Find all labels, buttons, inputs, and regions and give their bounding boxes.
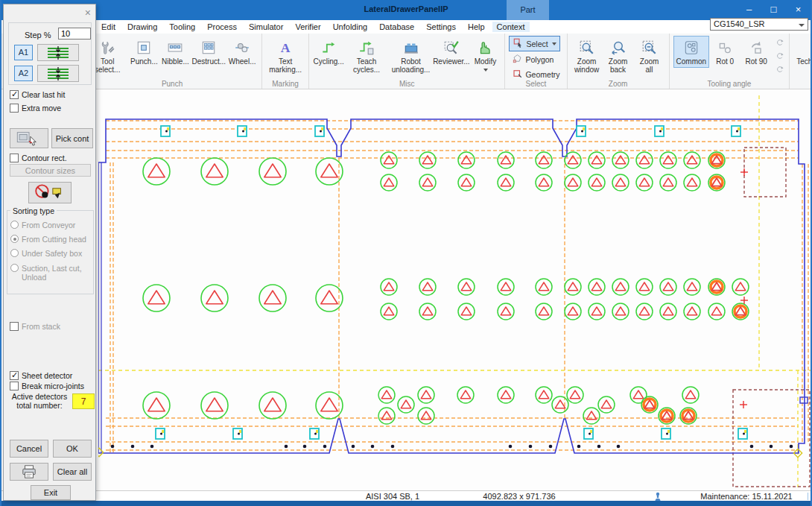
menu-item-edit[interactable]: Edit — [101, 22, 115, 31]
exit-button[interactable]: Exit — [31, 485, 71, 500]
ribbon-button-rot-0[interactable]: Rot 0 — [709, 36, 740, 68]
punch-dot[interactable] — [549, 445, 553, 449]
punch-dot[interactable] — [577, 445, 581, 449]
detector-marker[interactable] — [708, 303, 725, 320]
detector-marker-active[interactable] — [732, 303, 749, 320]
detector-marker[interactable] — [536, 387, 552, 403]
detector-marker-large[interactable] — [201, 158, 228, 185]
detector-marker[interactable] — [381, 303, 397, 320]
ok-button[interactable]: OK — [53, 440, 92, 458]
close-button[interactable]: × — [786, 0, 811, 20]
detector-marker[interactable] — [684, 279, 700, 295]
ribbon-button-text-marking[interactable]: AText marking... — [266, 36, 305, 76]
punch-dot[interactable] — [509, 445, 513, 449]
contour-rect-checkbox[interactable]: Contour rect. — [10, 154, 67, 162]
step-input[interactable] — [58, 28, 91, 39]
ribbon-button-technologies[interactable]: Technologies... — [793, 36, 812, 68]
radio-from-cutting-head[interactable]: From Cutting head — [10, 235, 86, 244]
tool-mark[interactable] — [738, 428, 747, 439]
detector-marker[interactable] — [589, 303, 605, 320]
tool-mark[interactable] — [662, 428, 670, 439]
detector-marker[interactable] — [419, 279, 436, 295]
detector-marker[interactable] — [636, 303, 653, 320]
part-drawing[interactable] — [98, 89, 812, 490]
drawing-area[interactable] — [1, 89, 812, 490]
detector-marker[interactable] — [536, 303, 552, 320]
tool-mark[interactable] — [238, 126, 247, 136]
detector-marker[interactable] — [381, 152, 397, 168]
remove-hits-button[interactable] — [28, 182, 72, 203]
detector-marker[interactable] — [684, 152, 700, 168]
detector-marker[interactable] — [732, 279, 749, 295]
detector-marker[interactable] — [552, 396, 568, 413]
detector-marker-active[interactable] — [659, 408, 675, 424]
ribbon-button-cycling[interactable]: Cycling... — [313, 36, 344, 68]
detector-marker[interactable] — [419, 152, 436, 168]
detector-marker-large[interactable] — [201, 392, 228, 419]
punch-dot[interactable] — [150, 445, 154, 449]
ribbon-button-zoom-all[interactable]: Zoom all — [634, 36, 665, 76]
detector-marker[interactable] — [636, 279, 653, 295]
punch-dot[interactable] — [750, 445, 754, 449]
detector-marker[interactable] — [381, 174, 397, 191]
tool-mark[interactable] — [655, 126, 664, 136]
rotate-small-icon[interactable] — [775, 51, 785, 63]
cancel-button[interactable]: Cancel — [10, 440, 48, 458]
tool-mark[interactable] — [577, 126, 586, 136]
tool-mark[interactable] — [584, 428, 593, 439]
detector-marker[interactable] — [660, 152, 676, 168]
punch-dot[interactable] — [352, 445, 355, 449]
detector-marker-large[interactable] — [143, 392, 170, 419]
clear-all-button[interactable]: Clear all — [53, 463, 92, 481]
punch-dot[interactable] — [790, 445, 793, 449]
punch-dot[interactable] — [529, 445, 533, 449]
detector-marker-large[interactable] — [143, 285, 170, 311]
tool-mark[interactable] — [156, 428, 165, 439]
detector-marker[interactable] — [567, 387, 583, 403]
detector-marker[interactable] — [418, 408, 434, 424]
part-outline[interactable] — [98, 119, 805, 453]
menu-item-simulator[interactable]: Simulator — [249, 22, 283, 31]
detector-marker[interactable] — [378, 387, 395, 403]
ribbon-button-zoom-window[interactable]: Zoom window — [571, 36, 603, 76]
detector-marker[interactable] — [498, 387, 514, 403]
radio-suction-last-cut-unload[interactable]: Suction, Last cut, Unload — [10, 264, 94, 282]
ribbon-button-teach-cycles[interactable]: Teach cycles... — [344, 36, 389, 76]
tool-mark[interactable] — [161, 126, 170, 136]
rotate-small-icon[interactable] — [775, 64, 785, 76]
detector-marker[interactable] — [398, 396, 414, 413]
detector-marker-large[interactable] — [259, 158, 286, 185]
detector-marker[interactable] — [636, 152, 653, 168]
menu-item-database[interactable]: Database — [379, 22, 414, 31]
ribbon-button-zoom-back[interactable]: Zoom back — [603, 36, 634, 76]
detector-marker[interactable] — [536, 279, 552, 295]
detector-marker-active[interactable] — [708, 152, 725, 168]
detector-marker[interactable] — [498, 174, 514, 191]
detector-marker-large[interactable] — [259, 392, 286, 419]
detector-marker[interactable] — [589, 152, 605, 168]
detector-marker[interactable] — [636, 174, 653, 191]
ribbon-button-rot-90[interactable]: Rot 90 — [740, 36, 772, 68]
detector-marker[interactable] — [684, 303, 700, 320]
pick-cont-button[interactable]: Pick cont — [51, 128, 93, 148]
detector-marker[interactable] — [378, 408, 395, 424]
menu-item-unfolding[interactable]: Unfolding — [333, 22, 367, 31]
context-tab-part[interactable]: Part — [507, 0, 549, 20]
ribbon-button-destruct[interactable]: Destruct... — [191, 36, 226, 68]
machine-select-combo[interactable]: CG1540_LSR — [710, 18, 808, 31]
extra-move-checkbox[interactable]: Extra move — [10, 104, 61, 113]
tool-mark[interactable] — [315, 126, 324, 136]
punch-dot[interactable] — [391, 445, 395, 449]
detector-marker-large[interactable] — [259, 285, 286, 311]
maximize-button[interactable]: □ — [761, 0, 786, 20]
menu-item-drawing[interactable]: Drawing — [127, 22, 157, 31]
detector-marker[interactable] — [565, 279, 581, 295]
ribbon-button-common[interactable]: Common — [673, 36, 710, 68]
ribbon-button-reviewer[interactable]: Reviewer... — [433, 36, 469, 68]
detector-marker[interactable] — [458, 279, 475, 295]
punch-dot[interactable] — [131, 445, 135, 449]
menu-item-process[interactable]: Process — [207, 22, 237, 31]
detector-marker[interactable] — [612, 174, 629, 191]
a2-adjust-button[interactable] — [37, 65, 79, 82]
detector-marker[interactable] — [583, 408, 600, 424]
